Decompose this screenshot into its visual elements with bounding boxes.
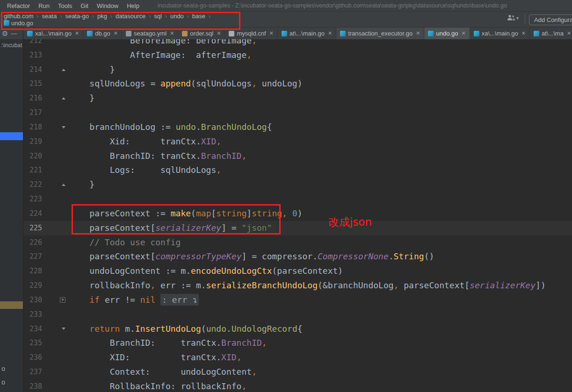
project-selected-row[interactable] — [0, 132, 23, 140]
code-text[interactable]: XID: tranCtx.XID, — [69, 350, 241, 365]
code-text[interactable]: rollbackInfo, err := m.serializeBranchUn… — [69, 278, 546, 293]
close-icon[interactable]: ✕ — [217, 31, 221, 36]
close-icon[interactable]: ✕ — [170, 31, 174, 36]
tab-undo-go[interactable]: undo.go✕ — [424, 28, 470, 39]
close-icon[interactable]: ✕ — [328, 31, 332, 36]
code-line-229[interactable]: 229 rollbackInfo, err := m.serializeBran… — [23, 278, 572, 293]
project-item-truncated[interactable]: o — [1, 376, 5, 389]
tab-order-sql[interactable]: order.sql✕ — [178, 28, 225, 39]
menu-item-tools[interactable]: Tools — [54, 2, 76, 9]
code-line-237[interactable]: 237 Context: undoLogContent, — [23, 365, 572, 379]
code-line-227[interactable]: 227 parseContext[compressorTypeKey] = co… — [23, 249, 572, 264]
breadcrumb-item-sql[interactable]: sql — [153, 13, 163, 20]
breadcrumb-item-datasource[interactable]: datasource — [115, 13, 146, 20]
code-text[interactable]: undoLogContent := m.encodeUndoLogCtx(par… — [69, 264, 343, 278]
menu-item-git[interactable]: Git — [76, 2, 93, 9]
code-line-218[interactable]: 218 branchUndoLog := undo.BranchUndoLog{ — [23, 120, 572, 135]
code-text[interactable]: if err != nil : err ↴ — [69, 293, 199, 307]
code-line-230[interactable]: 230+ if err != nil : err ↴ — [23, 293, 572, 307]
code-text[interactable]: } — [69, 178, 94, 192]
fold-up-icon[interactable] — [62, 97, 65, 100]
code-line-219[interactable]: 219 Xid: tranCtx.XID, — [23, 135, 572, 149]
code-line-215[interactable]: 215 sqlUndoLogs = append(sqlUndoLogs, un… — [23, 77, 572, 91]
users-icon[interactable]: ▾ — [507, 14, 519, 21]
code-text[interactable]: parseContext := make(map[string]string, … — [69, 207, 303, 221]
fold-down-icon[interactable] — [62, 328, 65, 330]
close-icon[interactable]: ✕ — [114, 31, 118, 36]
code-line-228[interactable]: 228 undoLogContent := m.encodeUndoLogCtx… — [23, 264, 572, 278]
code-text[interactable]: BranchID: tranCtx.BranchID, — [69, 149, 246, 164]
code-text[interactable]: sqlUndoLogs = append(sqlUndoLogs, undoLo… — [69, 77, 303, 91]
code-line-221[interactable]: 221 Logs: sqlUndoLogs, — [23, 163, 572, 178]
tab-transaction-executor-go[interactable]: transaction_executor.go✕ — [336, 28, 424, 39]
code-line-216[interactable]: 216 } — [23, 91, 572, 106]
code-line-223[interactable]: 223 — [23, 192, 572, 207]
menu-item-help[interactable]: Help — [123, 2, 144, 9]
code-text[interactable]: AfterImage: afterImage, — [69, 48, 252, 63]
close-icon[interactable]: ✕ — [461, 31, 465, 36]
close-icon[interactable]: ✕ — [521, 31, 526, 36]
code-text[interactable]: } — [69, 91, 94, 106]
close-icon[interactable]: ✕ — [75, 31, 79, 36]
code-text[interactable]: Logs: sqlUndoLogs, — [69, 163, 221, 178]
breadcrumb-item-base[interactable]: base — [191, 13, 206, 20]
tab-label: at\...\ma — [542, 30, 564, 37]
menu-item-run[interactable]: Run — [34, 2, 54, 9]
breadcrumb-item-seata[interactable]: seata — [41, 13, 58, 20]
gear-icon[interactable]: ⚙ — [2, 30, 8, 37]
breadcrumb-item-undo-go[interactable]: undo.go — [3, 20, 213, 27]
breadcrumb-item-github-com[interactable]: github.com — [3, 13, 35, 20]
breadcrumb-item-pkg[interactable]: pkg — [96, 13, 108, 20]
tab-at-main-go[interactable]: at\...\main.go✕ — [278, 28, 336, 39]
code-text[interactable]: Xid: tranCtx.XID, — [69, 135, 221, 149]
code-text[interactable]: parseContext[serializerKey] = "json" — [69, 221, 272, 235]
code-line-224[interactable]: 224 parseContext := make(map[string]stri… — [23, 207, 572, 221]
code-line-222[interactable]: 222 } — [23, 178, 572, 192]
menu-item-refactor[interactable]: Refactor — [3, 2, 34, 9]
fold-up-icon[interactable] — [62, 184, 65, 186]
close-icon[interactable]: ✕ — [567, 31, 571, 36]
code-text[interactable]: BranchID: tranCtx.BranchID, — [69, 336, 267, 350]
code-text[interactable]: return m.InsertUndoLog(undo.UndologRecor… — [69, 322, 303, 336]
tab-xa-main-go[interactable]: xa\...\main.go✕ — [470, 28, 530, 39]
code-line-235[interactable]: 235 BranchID: tranCtx.BranchID, — [23, 336, 572, 350]
code-editor[interactable]: 212 BeforeImage: beforeImage,213 AfterIm… — [23, 34, 572, 392]
tab-seatago-yml[interactable]: seatago.yml✕ — [122, 28, 178, 39]
tab-db-go[interactable]: db.go✕ — [83, 28, 122, 39]
code-text[interactable]: branchUndoLog := undo.BranchUndoLog{ — [69, 120, 272, 135]
code-text[interactable]: } — [69, 63, 115, 77]
breadcrumb-item-undo[interactable]: undo — [169, 13, 185, 20]
project-root-label[interactable]: :\incubat — [0, 39, 23, 49]
minimize-icon[interactable]: — — [11, 30, 17, 36]
project-item-truncated[interactable]: o — [1, 362, 5, 376]
code-line-236[interactable]: 236 XID: tranCtx.XID, — [23, 350, 572, 365]
code-text[interactable]: // Todo use config — [69, 235, 181, 250]
menu-item-window[interactable]: Window — [93, 2, 123, 9]
tab-at-ma[interactable]: at\...\ma✕ — [530, 28, 572, 39]
add-configuration-button[interactable]: Add Configura... — [529, 14, 572, 25]
code-line-217[interactable]: 217 — [23, 106, 572, 120]
line-number: 233 — [23, 307, 43, 322]
code-line-234[interactable]: 234 return m.InsertUndoLog(undo.UndologR… — [23, 322, 572, 336]
code-line-233[interactable]: 233 — [23, 307, 572, 322]
close-icon[interactable]: ✕ — [269, 31, 274, 36]
fold-down-icon[interactable] — [62, 126, 65, 128]
close-icon[interactable]: ✕ — [416, 31, 420, 36]
code-line-225[interactable]: 225 parseContext[serializerKey] = "json" — [23, 221, 572, 235]
tab-xa-main-go[interactable]: xa\...\main.go✕ — [23, 28, 83, 39]
code-line-226[interactable]: 226 // Todo use config — [23, 235, 572, 250]
fold-up-icon[interactable] — [62, 69, 65, 71]
project-item-truncated[interactable]: э — [1, 389, 5, 392]
tab-mysqld-cnf[interactable]: mysqld.cnf✕ — [225, 28, 277, 39]
breadcrumb-item-seata-go[interactable]: seata-go — [64, 13, 90, 20]
project-marked-row[interactable] — [0, 301, 23, 309]
code-text[interactable]: parseContext[compressorTypeKey] = compre… — [69, 249, 434, 264]
code-line-214[interactable]: 214 } — [23, 63, 572, 77]
code-line-220[interactable]: 220 BranchID: tranCtx.BranchID, — [23, 149, 572, 164]
code-line-213[interactable]: 213 AfterImage: afterImage, — [23, 48, 572, 63]
chevron-right-icon: › — [163, 13, 169, 20]
fold-expand-icon[interactable]: + — [60, 297, 65, 303]
code-line-238[interactable]: 238 RollbackInfo: rollbackInfo, — [23, 379, 572, 392]
code-text[interactable]: RollbackInfo: rollbackInfo, — [69, 379, 246, 392]
code-text[interactable]: Context: undoLogContent, — [69, 365, 257, 379]
